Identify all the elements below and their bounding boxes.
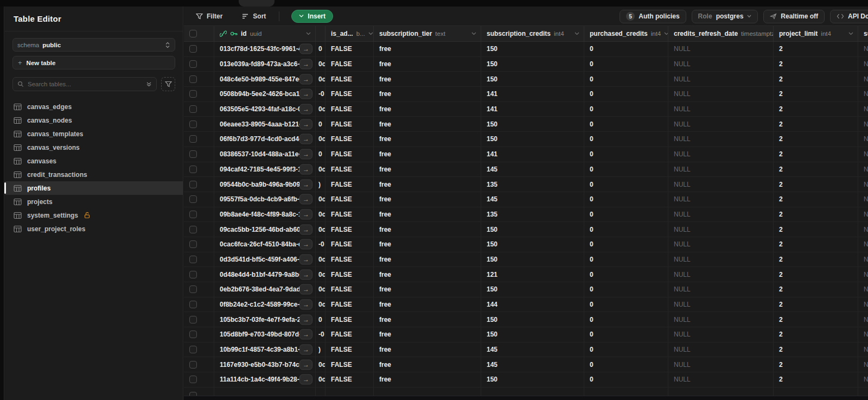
cell-clipped-right[interactable]: NU [858, 297, 868, 312]
cell-id[interactable]: 013cf78d-1625-43fc-9961-442189...→ [214, 42, 316, 56]
cell-subscription-tier[interactable]: free [374, 342, 481, 357]
cell-clipped[interactable]: 0c [316, 132, 326, 147]
chevron-down-icon[interactable] [471, 32, 476, 35]
cell-clipped-right[interactable]: NU [858, 102, 868, 117]
cell-subscription-credits[interactable]: 150 [481, 252, 584, 267]
cell-credits-refresh-date[interactable]: NULL [668, 57, 774, 72]
api-docs-button[interactable]: API Docs [830, 10, 868, 23]
select-all-checkbox[interactable] [189, 30, 197, 37]
cell-project-limit[interactable]: 2 [774, 72, 858, 86]
cell-project-limit[interactable]: 2 [774, 297, 858, 312]
cell-is-admin[interactable]: FALSE [326, 57, 374, 72]
cell-project-limit[interactable]: 2 [774, 327, 858, 342]
cell-clipped[interactable]: 0c [316, 207, 326, 222]
cell-purchased-credits[interactable]: 0 [584, 252, 668, 267]
expand-record-button[interactable]: → [299, 300, 312, 310]
expand-record-button[interactable]: → [299, 89, 312, 99]
cell-id[interactable]: 0f8b24e2-c1c2-4589-99ce-2c52d...→ [214, 297, 316, 312]
cell-is-admin[interactable]: FALSE [326, 87, 374, 101]
cell-clipped[interactable]: 0 [316, 147, 326, 162]
cell-credits-refresh-date[interactable]: NULL [668, 207, 774, 222]
cell-purchased-credits[interactable]: 0 [584, 117, 668, 131]
cell-is-admin[interactable]: FALSE [326, 312, 374, 327]
chevron-down-icon[interactable] [848, 32, 853, 35]
cell-clipped-right[interactable]: NU [858, 132, 868, 147]
cell-clipped-right[interactable]: NU [858, 222, 868, 237]
cell-credits-refresh-date[interactable]: NULL [668, 342, 774, 357]
cell-purchased-credits[interactable]: 0 [584, 132, 668, 147]
header-purchased-credits-column[interactable]: purchased_credits int4 [584, 26, 668, 41]
cell-project-limit[interactable]: 2 [774, 102, 858, 117]
cell-clipped-right[interactable]: NU [858, 87, 868, 101]
cell-id[interactable]: 048c4e50-b989-455e-847e-fb2f...→ [214, 72, 316, 86]
cell-is-admin[interactable]: FALSE [326, 282, 374, 297]
row-checkbox[interactable] [189, 150, 197, 158]
cell-credits-refresh-date[interactable]: NULL [668, 357, 774, 372]
cell-id[interactable]: 09cac5bb-1256-46bd-ab60-64ed...→ [214, 222, 316, 237]
cell-purchased-credits[interactable]: 0 [584, 147, 668, 162]
cell-clipped-right[interactable]: NU [858, 312, 868, 327]
row-checkbox[interactable] [189, 45, 197, 53]
header-clipped-right-column[interactable]: su [858, 26, 868, 41]
row-checkbox[interactable] [189, 226, 197, 233]
cell-purchased-credits[interactable]: 0 [584, 312, 668, 327]
cell-subscription-tier[interactable]: free [374, 207, 481, 222]
cell-credits-refresh-date[interactable]: NULL [668, 252, 774, 267]
row-checkbox[interactable] [189, 271, 197, 278]
cell-is-admin[interactable]: FALSE [326, 72, 374, 86]
cell-clipped-right[interactable]: NU [858, 252, 868, 267]
cell-project-limit[interactable]: 2 [774, 87, 858, 101]
cell-id[interactable]: 09557f5a-0dcb-4cb9-a6fb-fff366...→ [214, 192, 316, 207]
row-checkbox[interactable] [189, 120, 197, 128]
cell-id[interactable]: 09b8ae4e-f48c-4f89-8a8c-1629b...→ [214, 207, 316, 222]
row-checkbox[interactable] [189, 75, 197, 83]
expand-record-button[interactable]: → [299, 269, 312, 280]
cell-project-limit[interactable]: 2 [774, 57, 858, 72]
header-subscription-tier-column[interactable]: subscription_tier text [374, 26, 481, 41]
cell-subscription-tier[interactable]: free [374, 132, 481, 147]
cell-credits-refresh-date[interactable]: NULL [668, 87, 774, 101]
cell-clipped-right[interactable]: NU [858, 237, 868, 252]
cell-credits-refresh-date[interactable]: NULL [668, 237, 774, 252]
expand-record-button[interactable]: → [299, 374, 312, 385]
cell-id[interactable]: 0cac6fca-26cf-4510-84ba-c4580...→ [214, 237, 316, 252]
cell-subscription-credits[interactable]: 150 [481, 372, 584, 387]
cell-is-admin[interactable]: FALSE [326, 102, 374, 117]
cell-subscription-tier[interactable]: free [374, 372, 481, 387]
expand-record-button[interactable]: → [299, 74, 312, 84]
cell-clipped[interactable]: -0 [316, 87, 326, 101]
realtime-toggle-button[interactable]: Realtime off [763, 10, 825, 23]
cell-subscription-credits[interactable]: 145 [481, 342, 584, 357]
cell-credits-refresh-date[interactable]: NULL [668, 117, 774, 131]
cell-credits-refresh-date[interactable]: NULL [668, 267, 774, 282]
sidebar-item-canvas_nodes[interactable]: canvas_nodes [5, 113, 183, 127]
cell-clipped[interactable]: 0c [316, 267, 326, 282]
cell-subscription-tier[interactable]: free [374, 147, 481, 162]
cell-clipped-right[interactable]: NU [858, 267, 868, 282]
cell-purchased-credits[interactable]: 0 [584, 72, 668, 86]
cell-subscription-tier[interactable]: free [374, 117, 481, 131]
cell-project-limit[interactable]: 2 [774, 267, 858, 282]
cell-credits-refresh-date[interactable]: NULL [668, 297, 774, 312]
cell-subscription-credits[interactable]: 150 [481, 237, 584, 252]
cell-subscription-tier[interactable]: free [374, 192, 481, 207]
cell-subscription-credits[interactable]: 141 [481, 102, 584, 117]
cell-clipped-right[interactable]: NU [858, 42, 868, 56]
cell-clipped[interactable]: 0c [316, 192, 326, 207]
cell-subscription-tier[interactable]: free [374, 57, 481, 72]
cell-project-limit[interactable]: 2 [774, 207, 858, 222]
cell-project-limit[interactable]: 2 [774, 282, 858, 297]
cell-subscription-credits[interactable]: 135 [481, 177, 584, 192]
cell-subscription-tier[interactable]: free [374, 222, 481, 237]
cell-credits-refresh-date[interactable]: NULL [668, 102, 774, 117]
row-checkbox[interactable] [189, 195, 197, 203]
row-checkbox[interactable] [189, 240, 197, 248]
cell-project-limit[interactable]: 2 [774, 252, 858, 267]
cell-clipped[interactable]: -0 [316, 327, 326, 342]
cell-subscription-credits[interactable]: 150 [481, 327, 584, 342]
cell-subscription-tier[interactable]: free [374, 162, 481, 177]
cell-clipped-right[interactable]: NU [858, 177, 868, 192]
cell-clipped-right[interactable]: NU [858, 372, 868, 387]
cell-subscription-credits[interactable]: 150 [481, 117, 584, 131]
expand-record-button[interactable]: → [299, 329, 312, 340]
